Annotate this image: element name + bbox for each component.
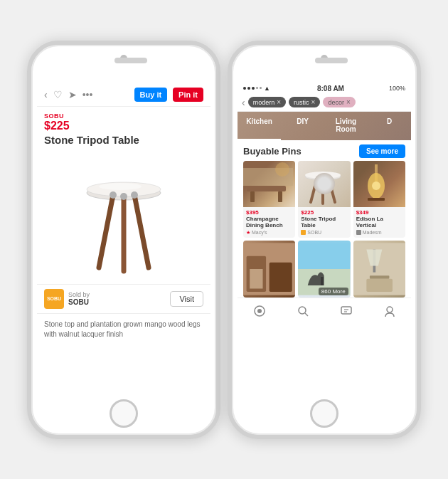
pin-2-svg [298, 161, 348, 207]
tag-modern[interactable]: modern × [248, 97, 286, 107]
svg-rect-10 [250, 191, 255, 202]
svg-point-6 [131, 191, 138, 199]
back-icon[interactable]: ‹ [44, 89, 48, 100]
left-phone: ‹ ♡ ➤ ••• Buy it Pin it SOBU $225 Stone … [27, 41, 220, 439]
bottom-photo-3-svg [353, 241, 405, 298]
pin-it-button[interactable]: Pin it [173, 88, 203, 102]
svg-point-21 [372, 181, 380, 190]
bottom-photo-2[interactable]: 860 More [298, 241, 350, 298]
product-image-area [37, 149, 210, 284]
bottom-photo-3[interactable] [353, 241, 405, 298]
share-icon[interactable]: ➤ [68, 89, 77, 100]
buyable-pins-title: Buyable Pins [243, 146, 302, 157]
tag-decor-label: decor [328, 99, 344, 106]
tag-rustic-label: rustic [294, 99, 309, 106]
product-image [74, 154, 174, 278]
status-bar: ▲ 8:08 AM 100% [238, 83, 411, 94]
pin-name-2: Stone Tripod Table [301, 216, 347, 229]
svg-rect-33 [366, 278, 393, 291]
sobu-logo: SOBU [44, 289, 64, 309]
right-phone: ▲ 8:08 AM 100% ‹ modern × rustic × decor… [228, 41, 421, 439]
search-tag-bar: ‹ modern × rustic × decor × [238, 94, 411, 112]
nav-messages-icon[interactable] [335, 302, 358, 320]
svg-line-2 [99, 195, 113, 268]
pin-card-3[interactable]: $349 Edison La Vertical Madesm [353, 161, 405, 238]
svg-point-13 [275, 162, 289, 177]
seller-name: SOBU [68, 298, 90, 306]
phone-speaker [114, 58, 147, 63]
messages-svg [340, 305, 353, 317]
search-svg [297, 305, 309, 317]
svg-rect-29 [321, 277, 324, 285]
category-more[interactable]: D [368, 112, 411, 140]
pin-price-3: $349 [356, 209, 402, 216]
bottom-photos: 860 More [238, 241, 411, 298]
pin-info-3: $349 Edison La Vertical Madesm [353, 207, 405, 237]
signal-dot-5 [260, 87, 262, 89]
right-phone-speaker [315, 58, 348, 63]
pin-merchant-2: SOBU [301, 230, 347, 235]
merchant-box-icon [301, 230, 306, 235]
buy-it-button[interactable]: Buy it [134, 88, 168, 102]
category-bar: Kitchen DIY Living Room D [238, 112, 411, 140]
svg-rect-22 [368, 198, 385, 201]
svg-line-3 [134, 195, 149, 268]
sold-by-bar: SOBU Sold by SOBU Visit [37, 284, 210, 314]
category-kitchen[interactable]: Kitchen [238, 112, 281, 140]
svg-rect-32 [370, 275, 389, 279]
phones-container: ‹ ♡ ➤ ••• Buy it Pin it SOBU $225 Stone … [27, 41, 421, 439]
svg-line-37 [305, 313, 308, 316]
pin-image-2 [298, 161, 350, 207]
heart-icon[interactable]: ♡ [53, 89, 63, 100]
product-title: Stone Tripod Table [44, 134, 203, 146]
more-badge: 860 More [319, 288, 348, 295]
svg-point-5 [110, 191, 117, 199]
tag-rustic[interactable]: rustic × [289, 97, 320, 107]
pins-row: $395 Champagne Dining Bench ★ Macy's [238, 161, 411, 241]
pin-card-2[interactable]: $225 Stone Tripod Table SOBU [298, 161, 350, 238]
product-brand: SOBU [44, 112, 203, 120]
merchant-star-icon: ★ [246, 230, 250, 236]
tag-modern-remove[interactable]: × [277, 98, 281, 106]
tag-modern-label: modern [253, 99, 275, 106]
pin-price-2: $225 [301, 209, 347, 216]
pin-info-1: $395 Champagne Dining Bench ★ Macy's [243, 207, 295, 238]
pin-merchant-name-1: Macy's [252, 230, 267, 235]
tag-decor[interactable]: decor × [323, 97, 355, 107]
tag-decor-remove[interactable]: × [346, 98, 351, 106]
category-diy[interactable]: DIY [281, 112, 324, 140]
see-more-button[interactable]: See more [359, 144, 405, 158]
svg-rect-27 [298, 243, 350, 269]
bottom-nav [238, 298, 411, 322]
product-price: $225 [44, 120, 203, 132]
status-time: 8:08 AM [272, 85, 389, 93]
pin-name-3: Edison La Vertical [356, 216, 402, 229]
phone-home-button[interactable] [110, 399, 138, 428]
category-living-room[interactable]: Living Room [324, 112, 368, 140]
bottom-photo-1[interactable] [243, 241, 295, 298]
pin-merchant-1: ★ Macy's [246, 230, 292, 236]
pin-info-2: $225 Stone Tripod Table SOBU [298, 207, 350, 237]
signal-dot-4 [256, 87, 258, 89]
nav-profile-icon[interactable] [378, 302, 401, 320]
signal-dot-1 [243, 87, 246, 90]
nav-home-icon[interactable] [248, 302, 271, 320]
svg-line-16 [311, 178, 317, 202]
svg-line-17 [329, 178, 335, 202]
category-living-room-label: Living Room [336, 117, 356, 133]
pin-3-svg [353, 161, 403, 207]
product-info: SOBU $225 Stone Tripod Table [37, 107, 210, 149]
search-back-icon[interactable]: ‹ [242, 97, 245, 108]
profile-svg [383, 305, 396, 317]
svg-point-36 [299, 307, 306, 314]
bottom-photo-1-svg [243, 241, 295, 298]
tag-rustic-remove[interactable]: × [311, 98, 316, 106]
pin-card-1[interactable]: $395 Champagne Dining Bench ★ Macy's [243, 161, 295, 238]
visit-button[interactable]: Visit [170, 291, 203, 307]
home-svg [253, 305, 266, 317]
nav-search-icon[interactable] [292, 302, 314, 320]
right-phone-home-button[interactable] [310, 399, 338, 428]
pin-image-3 [353, 161, 405, 207]
more-icon[interactable]: ••• [82, 89, 93, 100]
right-phone-screen: ▲ 8:08 AM 100% ‹ modern × rustic × decor… [238, 83, 411, 392]
